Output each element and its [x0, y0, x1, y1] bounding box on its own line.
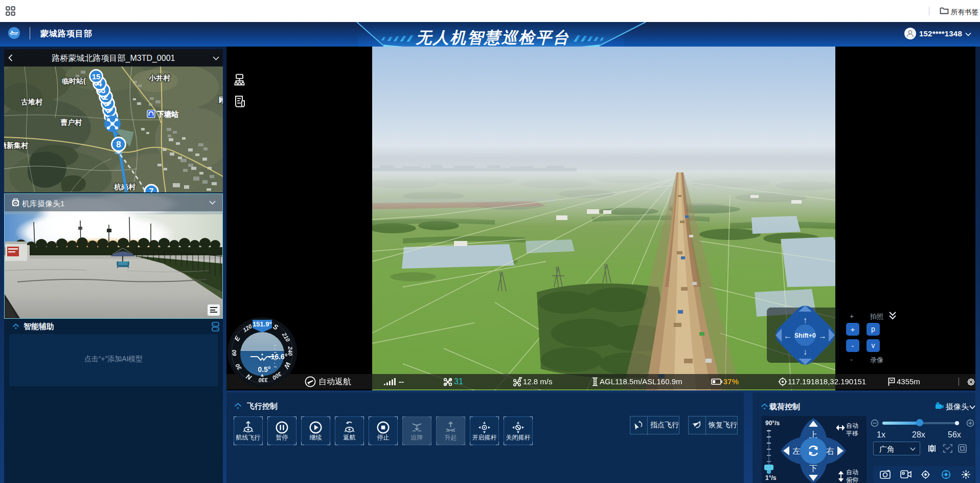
- svg-text:7: 7: [149, 187, 154, 192]
- svg-text:无人机智慧巡检平台: 无人机智慧巡检平台: [415, 29, 570, 47]
- svg-text:左: 左: [792, 447, 801, 455]
- svg-text:330: 330: [258, 377, 268, 384]
- svg-text:下塘站: 下塘站: [156, 110, 178, 118]
- svg-text:下: 下: [809, 464, 817, 473]
- svg-text:顾: 顾: [218, 96, 223, 104]
- svg-text:右: 右: [826, 447, 834, 455]
- svg-text:↑: ↑: [803, 316, 807, 324]
- svg-text:曹户村: 曹户村: [60, 118, 82, 126]
- svg-text:古堆村: 古堆村: [21, 98, 43, 106]
- svg-text:塘新集村: 塘新集村: [4, 141, 29, 149]
- svg-text:15: 15: [92, 72, 101, 81]
- svg-text:60: 60: [231, 349, 237, 357]
- svg-text:0.5°: 0.5°: [258, 365, 270, 374]
- svg-text:↓: ↓: [803, 347, 807, 356]
- svg-text:8: 8: [116, 140, 121, 149]
- svg-text:→: →: [818, 332, 827, 340]
- svg-text:临时站(: 临时站(: [62, 77, 86, 85]
- svg-text:240: 240: [287, 346, 294, 357]
- svg-text:Shift+0: Shift+0: [794, 332, 816, 339]
- svg-text:←: ←: [784, 332, 792, 340]
- svg-text:-16.6°: -16.6°: [268, 353, 288, 361]
- svg-text:151.9°: 151.9°: [253, 320, 272, 328]
- svg-text:小井村: 小井村: [148, 74, 171, 82]
